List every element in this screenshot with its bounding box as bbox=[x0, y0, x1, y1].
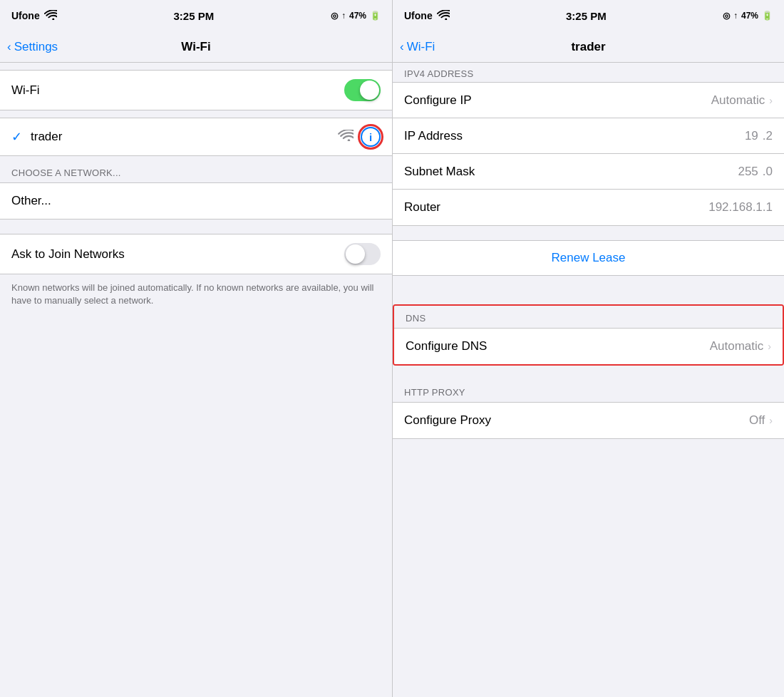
toggle-knob-wifi bbox=[360, 81, 379, 100]
time-left: 3:25 PM bbox=[173, 10, 214, 22]
svg-point-1 bbox=[348, 139, 351, 141]
spacer-network bbox=[0, 110, 392, 118]
configure-ip-row[interactable]: Configure IP Automatic › bbox=[393, 83, 784, 118]
info-button[interactable]: i bbox=[361, 127, 381, 147]
wifi-toggle-right bbox=[344, 79, 381, 101]
checkmark-icon: ✓ bbox=[11, 129, 22, 145]
ip-rows-group: Configure IP Automatic › IP Address 19 .… bbox=[393, 82, 784, 226]
carrier-right: Ufone bbox=[404, 10, 433, 21]
configure-proxy-row[interactable]: Configure Proxy Off › bbox=[393, 403, 784, 438]
back-button-right[interactable]: ‹ Wi-Fi bbox=[400, 40, 435, 54]
renew-lease-label: Renew Lease bbox=[552, 251, 626, 264]
spacer-bottom bbox=[393, 439, 784, 453]
ip-address-val2: .2 bbox=[763, 129, 773, 143]
ip-address-row[interactable]: IP Address 19 .2 bbox=[393, 118, 784, 154]
ask-join-label: Ask to Join Networks bbox=[11, 247, 125, 262]
router-val: 192.168.1.1 bbox=[708, 200, 773, 215]
chevron-left-icon-right: ‹ bbox=[400, 40, 404, 54]
ask-join-right bbox=[344, 243, 381, 265]
left-status-right: Ufone bbox=[404, 10, 450, 22]
time-right: 3:25 PM bbox=[566, 10, 607, 22]
subnet-mask-val: 255 bbox=[738, 165, 758, 179]
connected-network-row[interactable]: ✓ trader i bbox=[0, 118, 392, 155]
battery-icon-left: 🔋 bbox=[370, 11, 381, 21]
toggle-knob-ask bbox=[346, 244, 365, 264]
status-bar-left: Ufone 3:25 PM ◎ ↑ 47% 🔋 bbox=[0, 0, 392, 31]
arrow-icon-right: ↑ bbox=[733, 11, 738, 21]
configure-proxy-value: Off › bbox=[749, 413, 773, 428]
chevron-left-icon-left: ‹ bbox=[7, 40, 11, 54]
http-proxy-header: HTTP PROXY bbox=[393, 380, 784, 402]
wifi-signal-icon bbox=[338, 130, 354, 145]
back-label-left: Settings bbox=[14, 40, 58, 54]
spacer-dns-top bbox=[393, 276, 784, 290]
dns-header: DNS bbox=[394, 306, 783, 328]
right-panel: Ufone 3:25 PM ◎ ↑ 47% 🔋 ‹ Wi-Fi trader I… bbox=[392, 0, 784, 697]
right-content: IPV4 ADDRESS Configure IP Automatic › IP… bbox=[393, 63, 784, 697]
other-network-group: Other... bbox=[0, 182, 392, 220]
wifi-status-icon-right bbox=[437, 10, 450, 22]
network-right: i bbox=[338, 127, 381, 147]
wifi-toggle-switch[interactable] bbox=[344, 79, 381, 101]
proxy-rows-group: Configure Proxy Off › bbox=[393, 402, 784, 439]
battery-left: 47% bbox=[349, 11, 366, 21]
subnet-mask-row[interactable]: Subnet Mask 255 .0 bbox=[393, 154, 784, 190]
description-text: Known networks will be joined automatica… bbox=[0, 274, 392, 319]
configure-ip-val: Automatic bbox=[711, 93, 765, 108]
configure-dns-label: Configure DNS bbox=[406, 339, 487, 353]
ip-address-value: 19 .2 bbox=[745, 129, 773, 143]
info-icon: i bbox=[369, 131, 372, 143]
chevron-configure-dns: › bbox=[768, 341, 771, 352]
dns-rows-group: Configure DNS Automatic › bbox=[394, 328, 783, 364]
ask-join-toggle[interactable] bbox=[344, 243, 381, 265]
router-row[interactable]: Router 192.168.1.1 bbox=[393, 190, 784, 225]
wifi-toggle-group: Wi-Fi bbox=[0, 70, 392, 110]
right-status-left: ◎ ↑ 47% 🔋 bbox=[331, 11, 381, 21]
subnet-mask-val2: .0 bbox=[763, 165, 773, 179]
chevron-configure-proxy: › bbox=[769, 415, 773, 426]
ip-address-val: 19 bbox=[745, 129, 758, 143]
battery-icon-right: 🔋 bbox=[762, 11, 773, 21]
wifi-label: Wi-Fi bbox=[11, 83, 40, 98]
configure-proxy-val: Off bbox=[749, 413, 765, 428]
back-button-left[interactable]: ‹ Settings bbox=[7, 40, 58, 54]
svg-point-0 bbox=[52, 18, 54, 20]
configure-dns-row[interactable]: Configure DNS Automatic › bbox=[394, 329, 783, 364]
subnet-mask-value: 255 .0 bbox=[738, 165, 773, 179]
connected-network-group: ✓ trader i bbox=[0, 118, 392, 156]
nav-title-left: Wi-Fi bbox=[181, 40, 210, 54]
router-label: Router bbox=[404, 200, 440, 215]
configure-dns-value: Automatic › bbox=[710, 339, 771, 353]
left-status-left: Ufone bbox=[11, 10, 57, 22]
ask-join-group: Ask to Join Networks bbox=[0, 234, 392, 274]
renew-lease-row[interactable]: Renew Lease bbox=[393, 240, 784, 276]
nav-title-right: trader bbox=[571, 40, 605, 54]
nav-bar-left: ‹ Settings Wi-Fi bbox=[0, 31, 392, 63]
svg-point-2 bbox=[445, 18, 447, 20]
ask-join-row: Ask to Join Networks bbox=[0, 234, 392, 274]
spacer-ask bbox=[0, 220, 392, 234]
status-bar-right: Ufone 3:25 PM ◎ ↑ 47% 🔋 bbox=[393, 0, 784, 31]
carrier-left: Ufone bbox=[11, 10, 40, 21]
chevron-configure-ip: › bbox=[769, 95, 773, 106]
ip-section-header: IPV4 ADDRESS bbox=[393, 63, 784, 82]
network-label-wrapper: ✓ trader bbox=[11, 129, 62, 145]
configure-proxy-label: Configure Proxy bbox=[404, 413, 491, 428]
right-status-right: ◎ ↑ 47% 🔋 bbox=[723, 11, 773, 21]
back-label-right: Wi-Fi bbox=[407, 40, 435, 54]
spacer-renew bbox=[393, 226, 784, 240]
dns-section-wrapper: DNS Configure DNS Automatic › bbox=[393, 304, 784, 366]
location-icon-left: ◎ bbox=[331, 11, 338, 21]
wifi-status-icon-left bbox=[44, 10, 57, 22]
arrow-icon-left: ↑ bbox=[341, 11, 346, 21]
wifi-toggle-row: Wi-Fi bbox=[0, 71, 392, 110]
choose-network-header: CHOOSE A NETWORK... bbox=[0, 156, 392, 182]
network-name: trader bbox=[31, 130, 62, 144]
other-network-row[interactable]: Other... bbox=[0, 183, 392, 219]
location-icon-right: ◎ bbox=[723, 11, 730, 21]
spacer-top-left bbox=[0, 63, 392, 70]
battery-right: 47% bbox=[741, 11, 758, 21]
router-value: 192.168.1.1 bbox=[708, 200, 773, 215]
nav-bar-right: ‹ Wi-Fi trader bbox=[393, 31, 784, 63]
configure-dns-val: Automatic bbox=[710, 339, 764, 353]
